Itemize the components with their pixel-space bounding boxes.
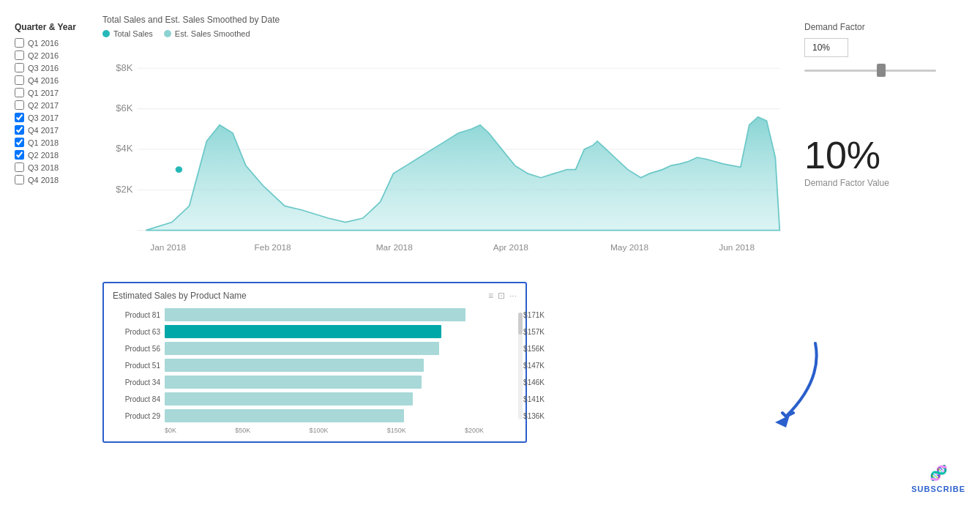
filter-label-9: Q2 2018: [28, 151, 59, 160]
demand-big-value: 10%: [804, 136, 889, 174]
arrow-annotation: [735, 336, 823, 431]
filter-item-10[interactable]: Q3 2018: [15, 163, 95, 172]
svg-text:Feb 2018: Feb 2018: [255, 244, 291, 253]
subscribe-text[interactable]: SUBSCRIBE: [911, 485, 965, 493]
chart-title: Total Sales and Est. Sales Smoothed by D…: [102, 15, 797, 25]
table-row: Product 63$157K: [113, 325, 517, 338]
svg-point-15: [174, 165, 183, 173]
filter-label-11: Q4 2018: [28, 176, 59, 184]
x-axis-label-1: $50K: [235, 427, 250, 434]
more-options-icon[interactable]: ···: [509, 291, 517, 301]
x-axis-label-3: $150K: [387, 427, 406, 434]
slider-thumb[interactable]: [877, 64, 886, 77]
filter-item-8[interactable]: Q1 2018: [15, 138, 95, 147]
subscribe-section: 🧬 SUBSCRIBE: [911, 464, 965, 493]
legend-est-label: Est. Sales Smoothed: [175, 29, 250, 38]
filter-item-11[interactable]: Q4 2018: [15, 175, 95, 184]
demand-value-display: 10% Demand Factor Value: [804, 114, 889, 188]
expand-icon[interactable]: ⊡: [498, 291, 505, 301]
demand-slider[interactable]: [804, 63, 936, 78]
filter-title: Quarter & Year: [15, 22, 95, 32]
filter-checkbox-1[interactable]: [15, 51, 24, 60]
demand-input[interactable]: 10%: [804, 38, 848, 57]
bar-container-1: $157K: [165, 325, 517, 338]
svg-marker-16: [775, 415, 790, 427]
filter-item-0[interactable]: Q1 2016: [15, 38, 95, 48]
filter-checkbox-3[interactable]: [15, 75, 24, 85]
bar-value-4: $146K: [523, 378, 545, 386]
filter-checkbox-5[interactable]: [15, 100, 24, 110]
bar-label-4: Product 34: [113, 378, 160, 386]
svg-text:May 2018: May 2018: [610, 244, 648, 253]
filter-label-6: Q3 2017: [28, 113, 59, 122]
bar-label-5: Product 84: [113, 395, 160, 403]
filter-label-8: Q1 2018: [28, 138, 59, 147]
demand-factor-label: Demand Factor: [804, 22, 965, 32]
legend-est-sales: Est. Sales Smoothed: [164, 29, 250, 38]
bar-container-0: $171K: [165, 308, 517, 321]
filter-checkbox-4[interactable]: [15, 88, 24, 97]
filter-label-3: Q4 2016: [28, 76, 59, 85]
filter-item-6[interactable]: Q3 2017: [15, 113, 95, 122]
scrollbar[interactable]: [518, 313, 523, 419]
bar-fill-5: [165, 392, 413, 406]
x-axis-labels: $0K$50K$100K$150K$200K: [165, 427, 484, 434]
bar-container-6: $136K: [165, 409, 517, 422]
bar-label-0: Product 81: [113, 311, 160, 319]
bar-fill-0: [165, 308, 465, 321]
table-row: Product 34$146K: [113, 376, 517, 389]
filter-item-5[interactable]: Q2 2017: [15, 100, 95, 110]
bar-chart-panel: Estimated Sales by Product Name ≡ ⊡ ··· …: [102, 282, 527, 443]
bar-value-0: $171K: [523, 311, 545, 319]
slider-track: [804, 70, 936, 72]
table-row: Product 51$147K: [113, 359, 517, 372]
dna-icon: 🧬: [929, 464, 948, 482]
filter-item-2[interactable]: Q3 2016: [15, 63, 95, 72]
filter-checkbox-0[interactable]: [15, 38, 24, 48]
bar-label-1: Product 63: [113, 328, 160, 336]
filter-checkbox-2[interactable]: [15, 63, 24, 72]
filter-checkbox-6[interactable]: [15, 113, 24, 122]
filter-label-2: Q3 2016: [28, 64, 59, 72]
bar-fill-4: [165, 376, 422, 389]
x-axis-label-0: $0K: [165, 427, 176, 434]
filter-checkbox-8[interactable]: [15, 138, 24, 147]
filter-checkbox-9[interactable]: [15, 150, 24, 160]
filter-item-3[interactable]: Q4 2016: [15, 75, 95, 85]
demand-factor-section: Demand Factor 10%: [804, 22, 965, 78]
bar-wrapper-2: $156K: [165, 342, 517, 355]
svg-text:$4K: $4K: [116, 144, 133, 154]
bar-wrapper-0: $171K: [165, 308, 517, 321]
demand-value-label: Demand Factor Value: [804, 178, 889, 188]
bar-fill-2: [165, 342, 439, 355]
legend-total-label: Total Sales: [113, 29, 153, 38]
legend-total-sales: Total Sales: [102, 29, 153, 38]
drag-handle-icon[interactable]: ≡: [488, 291, 493, 301]
filter-label-5: Q2 2017: [28, 101, 59, 110]
bar-fill-6: [165, 409, 404, 422]
svg-text:Mar 2018: Mar 2018: [376, 244, 413, 253]
bar-label-6: Product 29: [113, 412, 160, 420]
area-chart: $8K $6K $4K $2K Jan 2018 Feb 2018 Mar 20…: [102, 44, 797, 271]
top-chart-area: Total Sales and Est. Sales Smoothed by D…: [102, 15, 797, 271]
right-panel: Demand Factor 10% 10% Demand Factor Valu…: [804, 15, 965, 493]
filter-checkbox-10[interactable]: [15, 163, 24, 172]
filter-label-7: Q4 2017: [28, 126, 59, 135]
filter-item-9[interactable]: Q2 2018: [15, 150, 95, 160]
bar-fill-3: [165, 359, 424, 372]
bar-container-5: $141K: [165, 392, 517, 406]
filter-checkbox-7[interactable]: [15, 125, 24, 135]
filter-item-7[interactable]: Q4 2017: [15, 125, 95, 135]
legend-dot-total: [102, 30, 110, 37]
area-chart-svg: $8K $6K $4K $2K Jan 2018 Feb 2018 Mar 20…: [102, 44, 797, 271]
scrollbar-thumb[interactable]: [518, 313, 523, 335]
filter-item-4[interactable]: Q1 2017: [15, 88, 95, 97]
bar-fill-1: [165, 325, 441, 338]
bar-value-5: $141K: [523, 395, 545, 403]
bar-wrapper-1: $157K: [165, 325, 517, 338]
filter-checkbox-11[interactable]: [15, 175, 24, 184]
table-row: Product 81$171K: [113, 308, 517, 321]
filter-item-1[interactable]: Q2 2016: [15, 51, 95, 60]
bar-label-3: Product 51: [113, 362, 160, 370]
bar-value-1: $157K: [523, 328, 545, 336]
